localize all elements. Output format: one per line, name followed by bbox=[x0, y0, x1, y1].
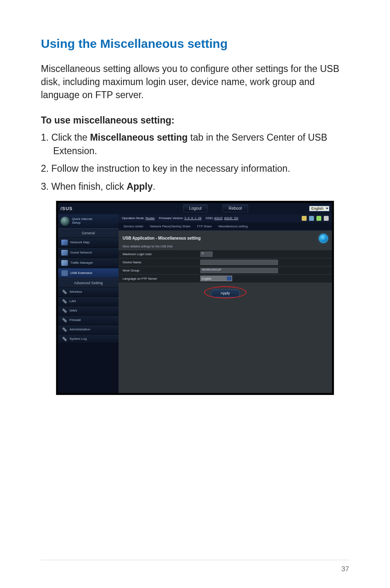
sidebar-item-label: WAN bbox=[69, 309, 77, 312]
sidebar-item-label: Wireless bbox=[69, 290, 82, 294]
logout-button[interactable]: Logout bbox=[183, 204, 208, 212]
form-row-workgroup: Work Group: WORKGROUP bbox=[119, 267, 332, 275]
traffic-manager-icon bbox=[61, 260, 68, 266]
operation-mode-link[interactable]: Router bbox=[146, 216, 155, 220]
tab-servers-center[interactable]: Servers center bbox=[122, 224, 145, 229]
empty-space bbox=[119, 307, 332, 393]
sidebar-item-label: Network Map bbox=[70, 240, 90, 244]
wrench-icon bbox=[62, 290, 67, 294]
ftp-lang-select[interactable]: English bbox=[200, 276, 232, 281]
help-icon[interactable] bbox=[319, 234, 328, 243]
sidebar-item-lan[interactable]: LAN bbox=[58, 297, 119, 306]
sub-heading: To use miscellaneous setting: bbox=[41, 115, 349, 126]
step-2: 2. Follow the instruction to key in the … bbox=[41, 162, 349, 175]
sidebar-item-label: System Log bbox=[69, 337, 87, 341]
sidebar-section-general: General bbox=[58, 229, 119, 238]
status-icon[interactable] bbox=[316, 216, 321, 221]
content-area: Operation Mode: Router Firmware Version:… bbox=[119, 214, 332, 393]
sidebar-item-label: Firewall bbox=[69, 318, 81, 322]
guest-network-icon bbox=[61, 250, 68, 256]
device-name-label: Device Name: bbox=[119, 260, 200, 264]
tabs-bar: Servers center Network Place(Samba) Shar… bbox=[119, 222, 332, 231]
status-icon[interactable] bbox=[302, 216, 307, 221]
apply-area: Apply bbox=[119, 283, 332, 307]
sidebar-item-label: LAN bbox=[69, 299, 76, 303]
sidebar-item-wireless[interactable]: Wireless bbox=[58, 287, 119, 297]
pane-title: USB Application - Miscellaneous setting bbox=[123, 236, 201, 240]
ftp-lang-label: Language on FTP Server bbox=[119, 277, 200, 281]
wrench-icon bbox=[62, 327, 67, 332]
form-row-ftp-language: Language on FTP Server English bbox=[119, 275, 332, 283]
wrench-icon bbox=[62, 337, 67, 341]
globe-icon bbox=[61, 217, 69, 226]
status-icon[interactable] bbox=[324, 216, 329, 221]
language-selector[interactable]: English bbox=[309, 206, 329, 211]
sidebar-item-firewall[interactable]: Firewall bbox=[58, 316, 119, 325]
ssid2-link[interactable]: ASUS_5G bbox=[224, 216, 238, 220]
ssid-link[interactable]: ASUS bbox=[214, 216, 222, 220]
sidebar-item-usb-extension[interactable]: USB Extension bbox=[58, 268, 119, 278]
pane-subtitle: More detailed settings for the USB Disk bbox=[119, 245, 332, 250]
intro-paragraph: Miscellaneous setting allows you to conf… bbox=[41, 62, 349, 102]
sidebar-item-label: Administration bbox=[69, 328, 90, 331]
sidebar-section-advanced: Advanced Setting bbox=[58, 278, 119, 287]
sidebar-item-traffic-manager[interactable]: Traffic Manager bbox=[58, 258, 119, 268]
sidebar-item-wan[interactable]: WAN bbox=[58, 306, 119, 316]
sidebar-item-system-log[interactable]: System Log bbox=[58, 334, 119, 344]
steps-list: 1. Click the Miscellaneous setting tab i… bbox=[41, 131, 349, 193]
sidebar-item-administration[interactable]: Administration bbox=[58, 325, 119, 334]
tab-miscellaneous[interactable]: Miscellaneous setting bbox=[217, 224, 249, 229]
wrench-icon bbox=[62, 299, 67, 304]
sidebar-item-guest-network[interactable]: Guest Network bbox=[58, 248, 119, 258]
quick-internet-setup[interactable]: Quick Internet Setup bbox=[58, 214, 119, 229]
step-1: 1. Click the Miscellaneous setting tab i… bbox=[41, 131, 349, 158]
network-map-icon bbox=[61, 240, 68, 245]
tab-ftp-share[interactable]: FTP Share bbox=[195, 224, 213, 229]
status-icon[interactable] bbox=[309, 216, 314, 221]
form-row-max-login: Maximum Login User: 5 bbox=[119, 250, 332, 258]
workgroup-label: Work Group: bbox=[119, 269, 200, 272]
workgroup-input[interactable]: WORKGROUP bbox=[200, 268, 278, 273]
sidebar-item-label: USB Extension bbox=[70, 271, 92, 275]
asus-logo: /SUS bbox=[61, 206, 73, 211]
sidebar-item-label: Traffic Manager bbox=[70, 261, 93, 265]
device-name-input[interactable] bbox=[200, 260, 278, 265]
max-login-label: Maximum Login User: bbox=[119, 252, 200, 256]
router-topbar: /SUS Logout Reboot English bbox=[58, 203, 332, 214]
tab-samba-share[interactable]: Network Place(Samba) Share bbox=[148, 224, 192, 229]
sidebar-item-network-map[interactable]: Network Map bbox=[58, 238, 119, 248]
wrench-icon bbox=[62, 318, 67, 323]
wrench-icon bbox=[62, 308, 67, 313]
firmware-link[interactable]: 3. 0. 0. 1. 28 bbox=[184, 216, 202, 220]
highlight-ellipse bbox=[204, 286, 247, 298]
page-heading: Using the Miscellaneous setting bbox=[41, 37, 349, 51]
router-admin-screenshot: /SUS Logout Reboot English Quick Interne… bbox=[56, 201, 334, 395]
qis-line2: Setup bbox=[72, 221, 92, 225]
step-3: 3. When finish, click Apply. bbox=[41, 180, 349, 193]
max-login-input[interactable]: 5 bbox=[200, 251, 213, 257]
form-row-device-name: Device Name: bbox=[119, 258, 332, 267]
sidebar-item-label: Guest Network bbox=[70, 251, 92, 254]
operation-bar: Operation Mode: Router Firmware Version:… bbox=[119, 214, 332, 222]
reboot-button[interactable]: Reboot bbox=[222, 204, 248, 212]
sidebar: Quick Internet Setup General Network Map… bbox=[58, 214, 119, 393]
usb-extension-icon bbox=[61, 270, 68, 276]
